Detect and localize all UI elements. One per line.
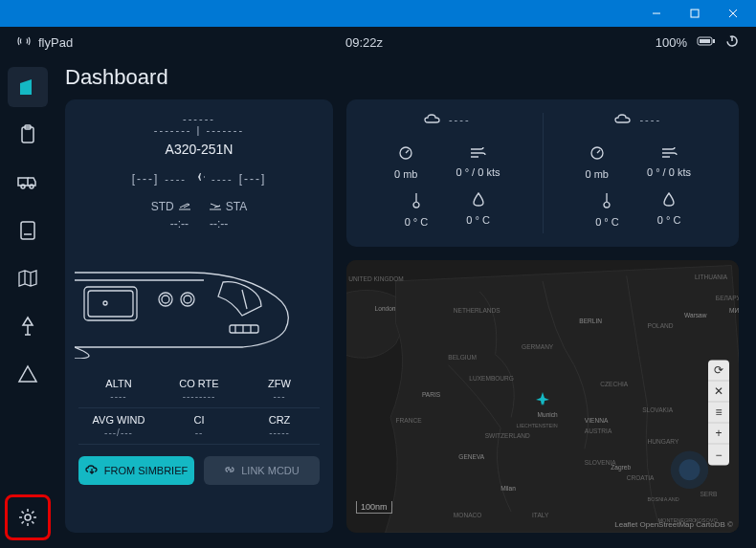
cloud-download-icon <box>85 464 99 477</box>
aircraft-diagram <box>75 244 323 359</box>
cloud-icon <box>614 113 632 126</box>
flight-data-table: ALTN---- CO RTE-------- ZFW--- AVG WIND-… <box>78 372 320 445</box>
svg-text:CROATIA: CROATIA <box>627 474 655 481</box>
svg-text:SWITZERLAND: SWITZERLAND <box>485 432 530 439</box>
svg-text:MONACO: MONACO <box>454 512 482 518</box>
map-scale: 100nm <box>356 501 392 514</box>
svg-line-20 <box>242 290 247 309</box>
svg-rect-17 <box>84 287 137 320</box>
svg-text:PARIS: PARIS <box>422 391 441 398</box>
airplane-icon <box>192 170 206 186</box>
dewpoint-icon <box>473 191 484 208</box>
svg-text:CZECHIA: CZECHIA <box>600 381 628 387</box>
aircraft-type: A320-251N <box>166 142 233 157</box>
svg-rect-6 <box>700 39 710 43</box>
broadcast-icon <box>17 35 31 50</box>
svg-line-31 <box>406 150 409 153</box>
svg-text:GENEVA: GENEVA <box>458 453 484 460</box>
map-refresh-button[interactable]: ⟳ <box>708 360 729 381</box>
page-title: Dashboard <box>65 65 739 90</box>
svg-point-12 <box>21 185 25 188</box>
svg-text:LUXEMBOURG: LUXEMBOURG <box>469 375 514 382</box>
map-layers-button[interactable]: ≡ <box>708 402 729 423</box>
flight-card: ------ ------- | ------- A320-251N [---]… <box>65 99 333 533</box>
svg-point-16 <box>25 515 31 520</box>
sta-time: --:-- <box>210 217 228 230</box>
svg-point-69 <box>679 459 700 480</box>
sidebar-item-performance[interactable] <box>8 210 48 251</box>
sidebar-item-dispatch[interactable] <box>8 115 48 155</box>
maximize-button[interactable] <box>676 0 714 27</box>
svg-text:SERB: SERB <box>700 491 717 497</box>
thermometer-icon <box>602 191 611 210</box>
weather-arrival: ---- 0 mb 0 ° / 0 kts 0 ° C 0 ° C <box>547 113 730 233</box>
close-button[interactable] <box>714 0 752 27</box>
thermometer-icon <box>411 191 421 210</box>
flight-number: ------ <box>183 113 215 124</box>
svg-rect-25 <box>230 325 258 333</box>
svg-rect-1 <box>691 10 699 17</box>
from-simbrief-button[interactable]: FROM SIMBRIEF <box>78 456 194 485</box>
link-mcdu-button[interactable]: LINK MCDU <box>204 456 320 485</box>
battery-percent: 100% <box>656 35 687 50</box>
power-icon[interactable] <box>725 34 739 51</box>
map-zoom-out-button[interactable]: − <box>708 444 729 465</box>
svg-text:LITHUANIA: LITHUANIA <box>695 274 728 280</box>
svg-point-13 <box>30 185 33 188</box>
app-topbar: flyPad 09:22z 100% <box>0 27 756 57</box>
svg-text:BERLIN: BERLIN <box>579 318 602 324</box>
svg-rect-5 <box>713 39 715 43</box>
svg-text:GERMANY: GERMANY <box>522 343 554 350</box>
sidebar-item-ground[interactable] <box>8 163 48 203</box>
svg-point-24 <box>184 296 191 303</box>
svg-rect-14 <box>21 222 34 239</box>
map-close-button[interactable]: ✕ <box>708 381 729 402</box>
cloud-icon <box>424 113 441 126</box>
svg-text:London: London <box>375 305 396 312</box>
map-controls: ⟳ ✕ ≡ + − <box>708 360 729 465</box>
sidebar-item-failures[interactable] <box>8 354 48 394</box>
weather-card: ---- 0 mb 0 ° / 0 kts 0 ° C 0 ° C ---- <box>346 99 739 247</box>
dep-icao: [---] <box>132 172 160 186</box>
arr-icao: [---] <box>239 172 267 186</box>
svg-point-23 <box>181 293 194 306</box>
svg-text:BOSNIA AND: BOSNIA AND <box>648 496 679 502</box>
minimize-button[interactable] <box>637 0 676 27</box>
svg-line-33 <box>597 150 600 153</box>
flight-route: ------- | ------- <box>154 124 244 136</box>
arrival-icon <box>209 202 222 211</box>
svg-text:БЕЛАРУСЬ: БЕЛАРУСЬ <box>716 295 739 301</box>
gauge-icon <box>398 145 413 163</box>
clock: 09:22z <box>345 35 383 50</box>
svg-text:Milan: Milan <box>500 485 516 492</box>
sidebar-item-dashboard[interactable] <box>8 67 48 107</box>
map-zoom-in-button[interactable]: + <box>708 423 729 444</box>
map-card[interactable]: UNITED KINGDOM London NETHERLANDS BELGIU… <box>346 260 739 533</box>
wind-icon <box>469 145 486 161</box>
svg-text:Munich: Munich <box>538 411 559 418</box>
svg-text:HUNGARY: HUNGARY <box>648 438 679 445</box>
wind-icon <box>660 145 678 161</box>
departure-icon <box>178 202 191 211</box>
sidebar-item-navigation[interactable] <box>8 258 48 298</box>
svg-text:BELGIUM: BELGIUM <box>448 354 477 361</box>
svg-text:SLOVAKIA: SLOVAKIA <box>642 406 674 413</box>
svg-text:ITALY: ITALY <box>532 512 549 518</box>
svg-text:Warsaw: Warsaw <box>684 312 707 318</box>
battery-icon <box>697 35 716 50</box>
std-time: --:-- <box>170 217 189 230</box>
svg-text:LIECHTENSTEIN: LIECHTENSTEIN <box>517 423 558 428</box>
svg-rect-18 <box>88 291 133 317</box>
link-icon <box>224 464 235 477</box>
map-attribution: Leaflet OpenStreetMap CartoDB © <box>614 520 733 529</box>
svg-point-21 <box>159 293 172 306</box>
svg-point-22 <box>162 296 169 303</box>
svg-text:POLAND: POLAND <box>648 322 674 329</box>
sidebar-item-atc[interactable] <box>8 306 48 346</box>
svg-text:МИНСК: МИНСК <box>729 307 739 314</box>
sidebar-item-settings[interactable] <box>5 494 51 540</box>
svg-point-19 <box>103 301 107 305</box>
svg-text:UNITED KINGDOM: UNITED KINGDOM <box>348 275 404 282</box>
app-name: flyPad <box>38 35 73 50</box>
aircraft-marker <box>535 391 550 410</box>
